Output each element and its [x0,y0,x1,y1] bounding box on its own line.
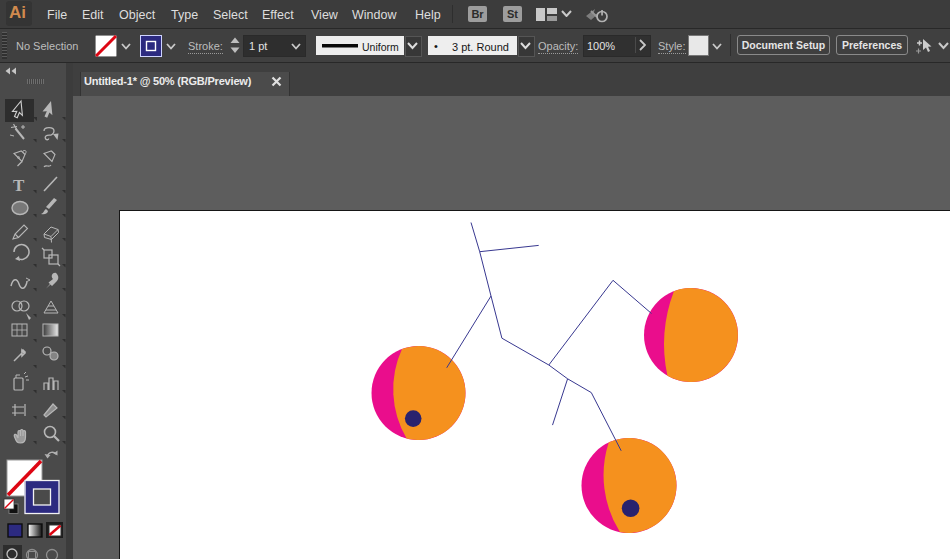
svg-text:T: T [13,176,25,195]
